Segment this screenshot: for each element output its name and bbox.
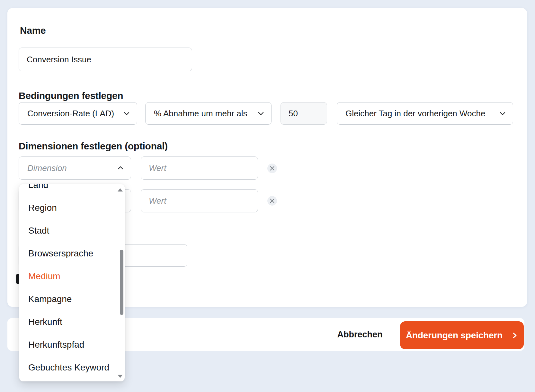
dropdown-item-medium[interactable]: Medium [19,265,125,288]
close-icon [270,166,275,171]
operator-select[interactable]: % Abnahme um mehr als [145,102,272,125]
chevron-right-icon [511,332,518,339]
comparison-select-value: Gleicher Tag in der vorherigen Woche [345,109,486,119]
dimension-dropdown-panel: Land Region Stadt Browsersprache Medium … [19,184,125,381]
dimension-select-1-placeholder: Dimension [27,163,67,173]
dimension-value-input-2[interactable] [141,189,258,212]
dropdown-item-gebuchtes-keyword[interactable]: Gebuchtes Keyword [19,356,125,379]
close-icon [270,198,275,203]
remove-dimension-row-1-button[interactable] [267,164,277,173]
operator-select-value: % Abnahme um mehr als [154,109,247,119]
name-input[interactable] [19,48,192,71]
threshold-input[interactable] [281,102,327,125]
dropdown-item-herkunftspfad[interactable]: Herkunftspfad [19,333,125,356]
dropdown-item-herkunft[interactable]: Herkunft [19,310,125,333]
metric-select[interactable]: Conversion-Rate (LAD) [19,102,137,125]
conditions-heading: Bedingungen festlegen [19,90,123,101]
save-changes-label: Änderungen speichern [406,330,503,341]
name-heading: Name [20,25,46,36]
cancel-button[interactable]: Abbrechen [334,318,386,351]
scrollbar-thumb[interactable] [120,250,123,315]
dimensions-heading: Dimensionen festlegen (optional) [19,141,168,152]
dimension-value-input-1[interactable] [141,156,258,180]
chevron-down-icon [257,110,265,117]
scroll-up-icon[interactable] [118,188,123,192]
comparison-select[interactable]: Gleicher Tag in der vorherigen Woche [337,102,513,125]
dropdown-item-browsersprache[interactable]: Browsersprache [19,242,125,265]
dropdown-item-land[interactable]: Land [19,184,125,196]
dimension-dropdown-list: Land Region Stadt Browsersprache Medium … [19,184,125,379]
dropdown-item-stadt[interactable]: Stadt [19,219,125,242]
scroll-down-icon[interactable] [118,375,123,378]
metric-select-value: Conversion-Rate (LAD) [27,109,114,119]
chevron-up-icon [117,164,124,172]
remove-dimension-row-2-button[interactable] [267,196,277,206]
dropdown-item-kampagne[interactable]: Kampagne [19,288,125,310]
dimension-select-1[interactable]: Dimension [19,156,131,180]
chevron-down-icon [499,110,506,117]
save-changes-button[interactable]: Änderungen speichern [400,321,524,349]
dropdown-item-region[interactable]: Region [19,196,125,219]
chevron-down-icon [123,110,130,117]
